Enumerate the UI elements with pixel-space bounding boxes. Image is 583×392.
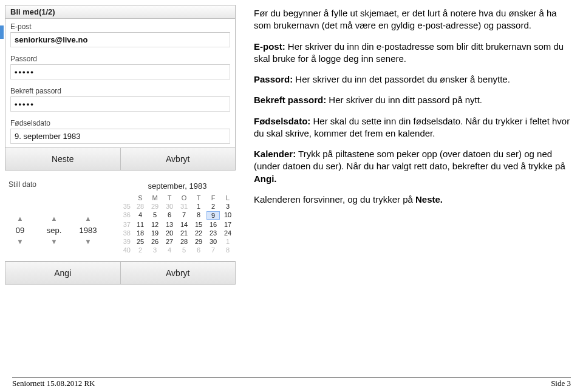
calendar-day-cell[interactable]: 6 (163, 211, 176, 220)
day-down-icon[interactable]: ▼ (17, 238, 24, 245)
footer-left: Seniornett 15.08.2012 RK (12, 379, 95, 388)
calendar-day-cell[interactable]: 28 (134, 203, 147, 210)
password-label: Passord (5, 51, 235, 63)
calendar-weekday-header: S (134, 194, 147, 201)
calendar-day-cell[interactable]: 5 (177, 246, 191, 254)
calendar-day-cell[interactable]: 18 (134, 229, 147, 237)
instructions-panel: Før du begynner å fylle ut skjemaet, er … (254, 5, 571, 285)
calendar-day-cell[interactable]: 31 (177, 203, 191, 210)
date-spinner-title: Still dato (5, 178, 114, 191)
page-footer: Seniornett 15.08.2012 RK Side 3 (12, 377, 571, 388)
calendar-day-cell[interactable]: 27 (163, 238, 176, 245)
calendar-weekday-header: F (206, 194, 220, 201)
calendar-day-cell[interactable]: 3 (148, 246, 162, 254)
date-set-button[interactable]: Angi (5, 262, 120, 284)
calendar-day-cell[interactable]: 4 (134, 211, 147, 220)
calendar-day-cell[interactable]: 13 (163, 221, 176, 228)
password-field[interactable]: ••••• (10, 64, 230, 79)
calendar-day-cell[interactable]: 26 (148, 238, 162, 245)
instruction-intro: Før du begynner å fylle ut skjemaet, er … (254, 7, 571, 32)
calendar-day-cell[interactable]: 29 (192, 238, 205, 245)
signup-form: Bli med(1/2) E-post seniorkurs@live.no P… (5, 5, 236, 171)
calendar-day-cell[interactable]: 29 (148, 203, 162, 210)
calendar-month-label: september, 1983 (119, 181, 236, 191)
calendar-day-cell[interactable]: 1 (221, 238, 234, 245)
confirm-password-field[interactable]: ••••• (10, 96, 230, 112)
instruction-email: E-post: Her skriver du inn din e-postadr… (254, 41, 571, 66)
email-field[interactable]: seniorkurs@live.no (10, 32, 230, 47)
calendar-weekday-header: L (221, 194, 234, 201)
calendar-day-cell[interactable]: 23 (206, 229, 220, 237)
calendar-day-cell[interactable]: 24 (221, 229, 234, 237)
active-field-indicator (0, 25, 4, 39)
calendar-week-number: 40 (119, 246, 132, 254)
date-cancel-button[interactable]: Avbryt (120, 262, 236, 284)
day-up-icon[interactable]: ▲ (17, 215, 24, 222)
year-down-icon[interactable]: ▼ (85, 238, 92, 245)
date-spinner-panel: Still dato ▲ 09 ▼ ▲ sep. ▼ ▲ 1983 (5, 178, 114, 254)
calendar-day-cell[interactable]: 30 (163, 203, 176, 210)
calendar-day-cell[interactable]: 1 (192, 203, 205, 210)
instruction-calendar: Kalender: Trykk på piltastene som peker … (254, 148, 571, 185)
calendar-day-cell[interactable]: 2 (206, 203, 220, 210)
calendar-week-number: 37 (119, 221, 132, 228)
calendar-day-cell[interactable]: 6 (192, 246, 205, 254)
year-value: 1983 (80, 226, 97, 235)
month-up-icon[interactable]: ▲ (51, 215, 58, 222)
calendar-weekday-header: T (192, 194, 205, 201)
birthdate-label: Fødselsdato (5, 115, 235, 127)
calendar-day-cell[interactable]: 28 (177, 238, 191, 245)
calendar-weekday-header: O (177, 194, 191, 201)
calendar-day-cell[interactable]: 3 (221, 203, 234, 210)
instruction-password: Passord: Her skriver du inn det passorde… (254, 73, 571, 86)
calendar-week-number: 35 (119, 203, 132, 210)
calendar-day-cell[interactable]: 22 (192, 229, 205, 237)
form-title: Bli med(1/2) (5, 5, 235, 19)
calendar-week-number: 39 (119, 238, 132, 245)
calendar-day-cell[interactable]: 7 (206, 246, 220, 254)
year-up-icon[interactable]: ▲ (85, 215, 92, 222)
calendar-day-cell[interactable]: 5 (148, 211, 162, 220)
calendar-day-cell[interactable]: 7 (177, 211, 191, 220)
calendar-day-cell[interactable]: 19 (148, 229, 162, 237)
calendar-day-cell[interactable]: 30 (206, 238, 220, 245)
calendar-day-cell[interactable]: 10 (221, 211, 234, 220)
month-value: sep. (47, 226, 62, 235)
calendar-day-cell[interactable]: 14 (177, 221, 191, 228)
calendar-day-cell[interactable]: 8 (221, 246, 234, 254)
calendar-panel: september, 1983 SMTOTFL35282930311233645… (119, 178, 236, 254)
instruction-confirm: Bekreft passord: Her skriver du inn ditt… (254, 94, 571, 106)
footer-right: Side 3 (551, 379, 571, 388)
calendar-week-number: 36 (119, 211, 132, 220)
calendar-weekday-header: M (148, 194, 162, 201)
instruction-next: Kalenderen forsvinner, og du trykker på … (254, 194, 571, 206)
birthdate-field[interactable]: 9. september 1983 (10, 129, 230, 144)
calendar-day-cell[interactable]: 16 (206, 221, 220, 228)
calendar-day-cell[interactable]: 2 (134, 246, 147, 254)
calendar-day-cell[interactable]: 25 (134, 238, 147, 245)
calendar-day-cell[interactable]: 15 (192, 221, 205, 228)
calendar-weekday-header: T (163, 194, 176, 201)
calendar-day-cell[interactable]: 9 (206, 211, 220, 220)
calendar-day-cell[interactable]: 12 (148, 221, 162, 228)
calendar-day-cell[interactable]: 21 (177, 229, 191, 237)
calendar-day-cell[interactable]: 4 (163, 246, 176, 254)
calendar-day-cell[interactable]: 11 (134, 221, 147, 228)
day-value: 09 (16, 226, 24, 235)
calendar-day-cell[interactable]: 17 (221, 221, 234, 228)
calendar-day-cell[interactable]: 8 (192, 211, 205, 220)
calendar-week-number: 38 (119, 229, 132, 237)
confirm-password-label: Bekreft passord (5, 83, 235, 95)
instruction-birthdate: Fødselsdato: Her skal du sette inn din f… (254, 115, 571, 140)
email-label: E-post (5, 19, 235, 31)
next-button[interactable]: Neste (5, 147, 120, 170)
month-down-icon[interactable]: ▼ (51, 238, 58, 245)
calendar-day-cell[interactable]: 20 (163, 229, 176, 237)
cancel-button[interactable]: Avbryt (120, 147, 236, 170)
